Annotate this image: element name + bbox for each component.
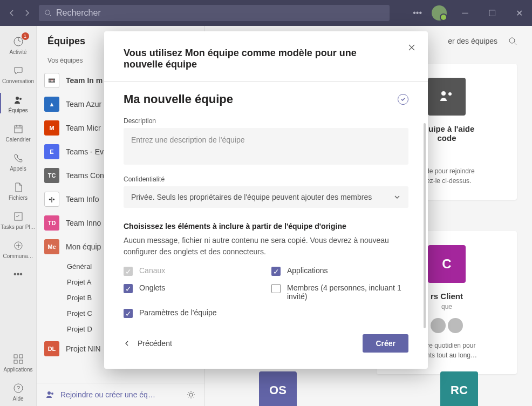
- rail-tasks[interactable]: Tasks par Pl…: [0, 205, 37, 234]
- team-label: Team In m: [66, 76, 103, 85]
- files-icon: [12, 181, 25, 194]
- rail-label: Équipes: [8, 107, 28, 113]
- join-create-button[interactable]: Rejoindre ou créer une éq…: [37, 383, 204, 406]
- rail-files[interactable]: Fichiers: [0, 176, 37, 205]
- rail-calendar[interactable]: Calendrier: [0, 118, 37, 147]
- rail-more-button[interactable]: •••: [0, 263, 37, 285]
- rail-label: Appels: [10, 166, 26, 172]
- rail-teams[interactable]: Équipes: [0, 89, 37, 118]
- maximize-button[interactable]: ☐: [483, 4, 501, 22]
- nav-forward-button[interactable]: [19, 5, 35, 21]
- team-avatar: E: [44, 144, 59, 159]
- card-avatar[interactable]: OS: [259, 371, 297, 406]
- calendar-icon: [12, 123, 25, 136]
- svg-point-15: [189, 393, 193, 396]
- rail-communa[interactable]: Communa…: [0, 234, 37, 263]
- svg-rect-7: [14, 355, 17, 358]
- rail-applications[interactable]: Applications: [0, 348, 37, 377]
- tasks-icon: [12, 210, 25, 223]
- checkbox-applications[interactable]: ✓Applications: [271, 266, 408, 276]
- rail-help[interactable]: ? Aide: [0, 377, 37, 406]
- checkbox-canaux: ✓Canaux: [124, 266, 261, 276]
- svg-point-14: [51, 393, 53, 395]
- search-input[interactable]: Rechercher: [39, 5, 390, 21]
- apps-icon: [12, 353, 25, 366]
- svg-point-3: [19, 98, 22, 100]
- checkbox-onglets[interactable]: ✓Onglets: [124, 283, 261, 301]
- rail-label: Conversation: [2, 78, 34, 84]
- help-icon: ?: [12, 382, 25, 395]
- search-placeholder: Rechercher: [56, 8, 101, 18]
- rail-label: Calendrier: [5, 137, 30, 143]
- svg-rect-5: [15, 213, 22, 220]
- close-button[interactable]: [407, 43, 416, 54]
- checkbox-label: Applications: [287, 266, 328, 275]
- team-label: Mon équip: [66, 242, 101, 251]
- description-label: Description: [124, 117, 408, 125]
- back-label: Précédent: [138, 339, 172, 348]
- team-avatar: •|•: [44, 192, 59, 207]
- close-button[interactable]: ✕: [510, 4, 528, 22]
- svg-point-2: [16, 97, 19, 100]
- checkbox-icon: ✓: [271, 267, 281, 276]
- team-avatar: Me: [44, 239, 59, 254]
- checkbox-icon: [271, 284, 281, 293]
- card-avatar[interactable]: RC: [440, 371, 478, 406]
- privacy-value: Privée. Seuls les propriétaires de l'équ…: [131, 193, 372, 201]
- rail-calls[interactable]: Appels: [0, 147, 37, 176]
- checkbox-icon: ✓: [124, 284, 133, 293]
- team-label: Projet NIN: [66, 344, 101, 353]
- team-label: Team Inno: [66, 219, 101, 227]
- manage-teams-link[interactable]: er des équipes: [448, 37, 497, 45]
- user-avatar[interactable]: [432, 5, 447, 21]
- rail-chat[interactable]: Conversation: [0, 59, 37, 89]
- svg-point-16: [509, 38, 515, 43]
- search-icon: [44, 9, 52, 17]
- privacy-select[interactable]: Privée. Seuls les propriétaires de l'équ…: [124, 186, 408, 208]
- titlebar-controls: ••• ─ ☐ ✕: [413, 4, 528, 22]
- minimize-button[interactable]: ─: [456, 4, 474, 22]
- calls-icon: [12, 152, 25, 165]
- team-label: Team Info: [66, 195, 99, 204]
- checkbox-label: Paramètres de l'équipe: [139, 308, 217, 317]
- people-icon: [45, 390, 55, 400]
- team-name-input[interactable]: Ma nouvelle équipe: [124, 92, 233, 106]
- team-avatar: DL: [44, 341, 59, 356]
- description-input[interactable]: Entrez une description de l'équipe: [124, 128, 408, 165]
- gear-icon[interactable]: [186, 390, 196, 400]
- team-label: Teams - Ev: [66, 147, 104, 156]
- rail-label: Applications: [4, 367, 33, 373]
- svg-point-13: [47, 391, 51, 395]
- communa-icon: [12, 239, 25, 252]
- team-label: Team Micr: [66, 124, 101, 132]
- team-avatar: TD: [44, 215, 59, 231]
- checkbox-icon: ✓: [124, 309, 133, 318]
- back-button[interactable]: Précédent: [124, 339, 172, 348]
- team-icon: [428, 78, 466, 116]
- chevron-down-icon: [393, 193, 401, 201]
- team-avatar: ▲: [44, 97, 59, 112]
- svg-rect-8: [19, 355, 23, 358]
- more-icon[interactable]: •••: [413, 8, 422, 18]
- svg-rect-10: [19, 360, 23, 363]
- create-button[interactable]: Créer: [363, 334, 408, 353]
- include-section-text: Aucun message, fichier ni autre contenu …: [124, 235, 408, 258]
- checkbox-label: Canaux: [139, 266, 165, 275]
- team-label: Teams Con: [66, 171, 104, 180]
- checkbox-parametres[interactable]: ✓Paramètres de l'équipe: [124, 308, 261, 318]
- checkbox-label: Membres (4 personnes, incluant 1 invité): [287, 283, 408, 301]
- team-avatar: M: [44, 120, 59, 136]
- svg-text:?: ?: [16, 385, 19, 391]
- include-section-header: Choisissez les éléments à inclure à part…: [124, 222, 408, 231]
- rail-activity[interactable]: 1Activité: [0, 30, 37, 59]
- card-avatar: C: [428, 245, 466, 283]
- checkbox-membres[interactable]: Membres (4 personnes, incluant 1 invité): [271, 283, 408, 301]
- scrollbar[interactable]: [424, 123, 426, 328]
- titlebar: Rechercher ••• ─ ☐ ✕: [0, 0, 532, 26]
- chat-icon: [12, 64, 25, 77]
- search-icon[interactable]: [508, 37, 517, 45]
- checkbox-icon: ✓: [124, 267, 133, 276]
- svg-point-18: [448, 92, 452, 96]
- footer-label: Rejoindre ou créer une éq…: [60, 390, 181, 399]
- nav-back-button[interactable]: [4, 5, 19, 21]
